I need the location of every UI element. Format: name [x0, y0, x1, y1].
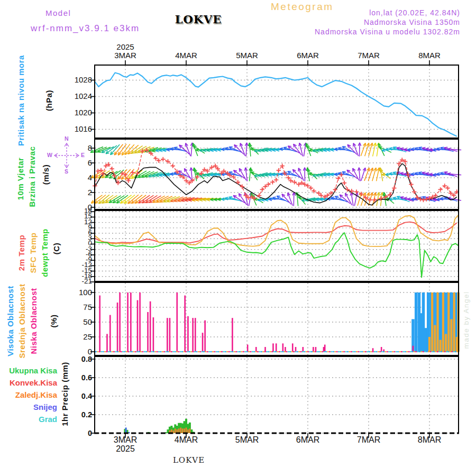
y-tick-label: 0: [69, 429, 92, 437]
elevation-text: Nadmorska Visina 1350m: [264, 18, 460, 26]
cloud-low-label: Niska Oblacnost: [29, 288, 38, 354]
y-tick-label: 0.6: [69, 373, 92, 382]
y-tick-label: 2: [69, 188, 92, 197]
precip-legend-konvek: Konvek.Kisa: [0, 378, 57, 387]
day-label-top: 8MAR: [411, 51, 448, 60]
footer-station-label: LOKVE: [168, 455, 210, 465]
day-label-bottom: 8MAR: [411, 435, 448, 445]
y-tick-label: 4: [69, 173, 92, 182]
cloud-chart: [94, 282, 459, 356]
year-label-top: 2025: [107, 42, 144, 51]
day-label-top: 7MAR: [350, 51, 387, 60]
temp-2m-label: 2m Temp: [17, 235, 26, 271]
precip-chart: [94, 356, 459, 434]
day-label-top: 5MAR: [228, 51, 266, 60]
day-label-bottom: 6MAR: [289, 435, 326, 445]
y-tick-label: 0.2: [69, 410, 92, 419]
y-tick-label: 1020: [69, 108, 92, 117]
day-label-bottom: 4MAR: [168, 435, 205, 445]
meteogram-page: Meteogram Model wrf-nmm_v3.9.1 e3km LOKV…: [0, 0, 476, 476]
lonlat-text: lon,lat (20.02E, 42.84N): [264, 8, 460, 17]
temp-unit-label: (C): [52, 243, 61, 254]
cloud-unit-label: (%): [49, 315, 58, 328]
compass-east-label: E: [81, 152, 85, 158]
y-tick-label: 8: [69, 144, 92, 152]
precip-legend-ukupna: Ukupna Kisa: [0, 366, 57, 375]
pressure-chart: [94, 65, 459, 139]
wind-axis-label-2: Brzina i Pravac: [28, 146, 36, 207]
temp-sfc-label: SFC Temp: [29, 232, 38, 273]
wind-chart: [94, 139, 459, 210]
day-label-top: 6MAR: [289, 51, 326, 60]
precip-legend-snijeg: Snijeg: [0, 402, 57, 411]
compass-south-label: S: [65, 168, 68, 175]
cloud-high-label: Visoka Oblacnost: [6, 286, 15, 356]
cloud-mid-label: Srednja Oblacnost: [17, 283, 26, 358]
temp-chart: [94, 210, 459, 282]
model-name: wrf-nmm_v3.9.1 e3km: [31, 23, 140, 34]
y-tick-label: 100: [69, 288, 92, 297]
y-tick-label: 75: [69, 303, 92, 312]
precip-legend-grad: Grad: [0, 415, 57, 424]
made-by-watermark: made by Angel: [462, 291, 470, 349]
y-tick-label: 1028: [69, 76, 92, 84]
wind-axis-label-1: 10m Vjetar: [16, 158, 25, 200]
y-tick-label: 50: [69, 318, 92, 326]
model-label: Model: [45, 8, 71, 17]
y-tick-label: 6: [69, 159, 92, 167]
precip-unit-label: 1hr Precip (mm): [60, 362, 69, 426]
pressure-unit-label: (hPa): [44, 90, 53, 111]
model-elevation-text: Nadmorska Visina u modelu 1302.82m: [264, 28, 460, 36]
day-label-bottom: 5MAR: [228, 435, 266, 445]
y-tick-label: 1024: [69, 92, 92, 100]
day-label-bottom: 7MAR: [350, 435, 387, 445]
compass-north-label: N: [65, 135, 69, 142]
day-label-bottom: 3MAR: [107, 435, 144, 445]
y-tick-label: 25: [69, 333, 92, 341]
y-tick-label: -21: [69, 278, 92, 285]
day-label-top: 3MAR: [107, 51, 144, 60]
y-tick-label: 1016: [69, 125, 92, 133]
compass-west-label: W: [47, 152, 52, 158]
precip-legend-zaledj: Zaledj.Kisa: [0, 390, 57, 399]
wind-unit-label: (m/s): [41, 164, 50, 185]
y-tick-label: 0.8: [69, 355, 92, 363]
temp-dewpt-label: dewpt Temp: [40, 228, 49, 277]
station-title: LOKVE: [148, 13, 249, 26]
pressure-axis-label: Pritisak na nivou mora: [16, 55, 25, 146]
year-label-bottom: 2025: [107, 444, 144, 454]
y-tick-label: 0.4: [69, 392, 92, 400]
compass-rose-icon: N S W E: [51, 136, 83, 175]
day-label-top: 4MAR: [168, 51, 205, 60]
